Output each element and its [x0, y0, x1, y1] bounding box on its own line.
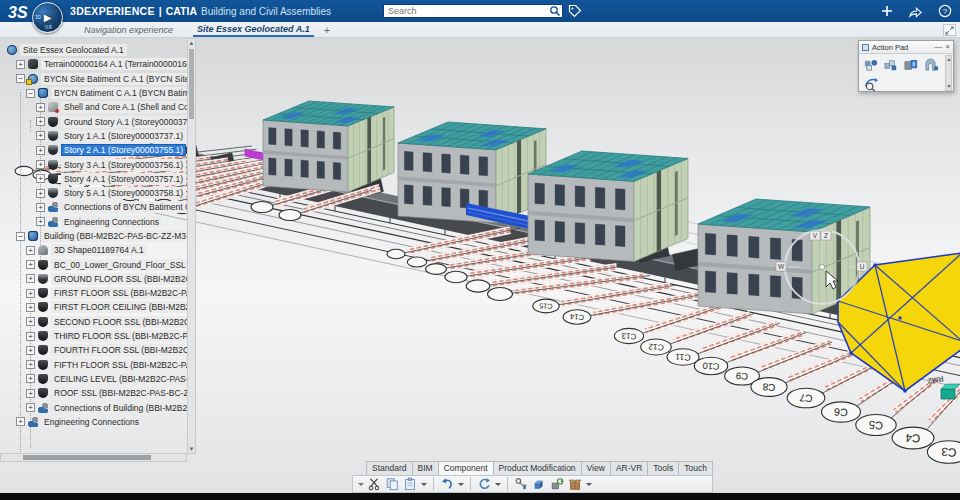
tree-item[interactable]: +Story 2 A.1 (Storey00003755.1) [0, 143, 187, 157]
tree-horizontal-scrollbar[interactable] [0, 453, 187, 462]
tree-expand-box[interactable]: + [36, 217, 45, 226]
import-dropdown-caret[interactable] [586, 483, 592, 486]
insert-component-icon[interactable] [531, 476, 547, 492]
tab-site-essex-geolocated[interactable]: Site Essex Geolocated A.1 [193, 22, 314, 37]
toolbar-tab-bim[interactable]: BIM [413, 461, 439, 475]
tree-item[interactable]: +Story 1 A.1 (Storey00003737.1) [0, 129, 187, 143]
tree-expand-box[interactable]: + [26, 389, 35, 398]
tree-item[interactable]: +ROOF SSL (BBI-M2B2C-PAS-BC-ZZ-M3-S- [0, 386, 187, 400]
action-pad-titlebar[interactable]: Action Pad — × [859, 41, 953, 54]
update-icon[interactable] [476, 476, 492, 492]
toolbar-tab-view[interactable]: View [582, 461, 611, 475]
replace-component-icon[interactable] [549, 476, 565, 492]
tree-item[interactable]: +3D Shape01189764 A.1 [0, 243, 187, 257]
3d-compass[interactable]: ▶ 3D V.R [32, 2, 63, 33]
tree-expand-box[interactable]: + [26, 246, 35, 255]
engineering-connections-icon[interactable] [513, 476, 529, 492]
tree-item[interactable]: +Engineering Connections [0, 415, 187, 429]
paste-icon[interactable] [402, 476, 418, 492]
toolbar-tab-tools[interactable]: Tools [648, 461, 679, 475]
search-box[interactable] [383, 4, 563, 18]
tree-item[interactable]: +Story 5 A.1 (Storey00003758.1) [0, 186, 187, 200]
tree-expand-box[interactable]: + [26, 360, 35, 369]
collapse-panel-icon[interactable] [943, 24, 956, 36]
tree-item[interactable]: +FIRST FLOOR CEILING (BBI-M2B2C-PAS-B [0, 300, 187, 314]
tree-item[interactable]: +Connections of BYCN Batiment C.1 [0, 200, 187, 214]
tree-expand-box[interactable]: + [26, 274, 35, 283]
tree-expand-box[interactable]: + [16, 417, 25, 426]
copy-icon[interactable] [384, 476, 400, 492]
tree-item[interactable]: +FOURTH FLOOR SSL (BBI-M2B2C-PAS-BC- [0, 343, 187, 357]
new-tab-button[interactable]: + [324, 24, 330, 36]
tree-expand-box[interactable]: + [36, 146, 45, 155]
action-pad-scrollbar[interactable] [945, 55, 952, 91]
tree-item[interactable]: −BYCN Site Batiment C A.1 (BYCN Site Bat… [0, 72, 187, 86]
inspect-icon[interactable] [863, 76, 880, 92]
toolbar-tab-standard[interactable]: Standard [366, 461, 413, 475]
tree-expand-box[interactable]: + [26, 346, 35, 355]
tree-expand-box[interactable]: + [36, 103, 45, 112]
tree-vertical-scrollbar[interactable]: ▲ ▼ [187, 38, 196, 454]
search-input[interactable] [384, 6, 548, 16]
tab-navigation-experience[interactable]: Navigation experience [78, 22, 179, 37]
tree-expand-box[interactable]: − [16, 232, 25, 241]
tree-expand-box[interactable]: + [26, 374, 35, 383]
tree-expand-box[interactable]: + [26, 260, 35, 269]
tree-expand-box[interactable]: + [26, 403, 35, 412]
insert-product-icon[interactable] [903, 57, 920, 73]
tree-item[interactable]: +Story 3 A.1 (Storey00003756.1) [0, 157, 187, 171]
tree-expand-box[interactable]: − [26, 89, 35, 98]
tag-icon[interactable] [568, 4, 582, 18]
tree-item[interactable]: +GROUND FLOOR SSL (BBI-M2B2C-PAS-BC [0, 272, 187, 286]
cut-icon[interactable] [366, 476, 382, 492]
explode-icon[interactable] [863, 57, 880, 73]
minimize-icon[interactable]: — [934, 43, 942, 51]
tree-item[interactable]: Site Essex Geolocated A.1 [0, 43, 187, 57]
toolbar-tab-product-modification[interactable]: Product Modification [494, 461, 582, 475]
tree-item[interactable]: +FIFTH FLOOR SSL (BBI-M2B2C-PAS-BC-ZZ [0, 358, 187, 372]
tree-item[interactable]: +Story 4 A.1 (Storey00003757.1) [0, 172, 187, 186]
tree-item[interactable]: +BC_00_Lower_Ground_Floor_SSL (BBI-M2B [0, 257, 187, 271]
assemble-icon[interactable] [883, 57, 900, 73]
close-icon[interactable]: × [945, 43, 950, 51]
toolbar-tab-touch[interactable]: Touch [679, 461, 713, 475]
undo-dropdown-caret[interactable] [458, 483, 464, 486]
tree-item[interactable]: +CEILING LEVEL (BBI-M2B2C-PAS-BC-ZZ-M [0, 372, 187, 386]
update-dropdown-caret[interactable] [495, 483, 501, 486]
tree-item[interactable]: +THIRD FLOOR SSL (BBI-M2B2C-PAS-BC-Z [0, 329, 187, 343]
tree-expand-box[interactable]: − [16, 74, 25, 83]
toolbar-tab-component[interactable]: Component [439, 461, 494, 475]
tree-item[interactable]: +Ground Story A.1 (Storey00003736.1) [0, 114, 187, 128]
tree-item[interactable]: +SECOND FLOOR SSL (BBI-M2B2C-PAS-BC- [0, 315, 187, 329]
create-opening-icon[interactable] [923, 57, 940, 73]
tree-expand-box[interactable]: + [26, 289, 35, 298]
help-icon[interactable]: ? [937, 4, 952, 19]
tree-item[interactable]: +Terrain00000164 A.1 (Terrain00000164.1) [0, 57, 187, 71]
tree-expand-box[interactable]: + [36, 131, 45, 140]
paste-dropdown-caret[interactable] [421, 483, 427, 486]
add-icon[interactable] [879, 4, 894, 19]
tree-expand-box[interactable]: + [36, 203, 45, 212]
tree-expand-box[interactable]: + [36, 189, 45, 198]
tree-expand-box[interactable]: + [16, 60, 25, 69]
tree-expand-box[interactable]: + [36, 174, 45, 183]
undo-icon[interactable] [439, 476, 455, 492]
tree-expand-box[interactable]: + [26, 332, 35, 341]
tree-item[interactable]: +Shell and Core A.1 (Shell and Core00118… [0, 100, 187, 114]
tree-item[interactable]: +FIRST FLOOR SSL (BBI-M2B2C-PAS-BC-ZZ [0, 286, 187, 300]
tree-item[interactable]: +Connections of Building (BBI-M2B2C-PAS- [0, 400, 187, 414]
tree-expand-box[interactable]: + [26, 317, 35, 326]
toolbar-tab-ar-vr[interactable]: AR-VR [611, 461, 648, 475]
tree-item[interactable]: −BYCN Batiment C A.1 (BYCN Batiment C.1) [0, 86, 187, 100]
tree-item[interactable]: +Engineering Connections [0, 215, 187, 229]
tree-expand-box[interactable]: + [36, 117, 45, 126]
tree-item[interactable]: −Building (BBI-M2B2C-PAS-BC-ZZ-M3-S-0000 [0, 229, 187, 243]
storey-icon [48, 160, 58, 170]
play-icon[interactable]: ▶ [44, 13, 52, 23]
tree-expand-box[interactable]: + [36, 160, 45, 169]
tree-expand-box[interactable]: + [26, 303, 35, 312]
search-icon[interactable] [548, 5, 562, 17]
import-export-icon[interactable] [567, 476, 583, 492]
share-icon[interactable] [908, 4, 923, 19]
toolbar-overflow-chevron[interactable] [357, 476, 364, 492]
